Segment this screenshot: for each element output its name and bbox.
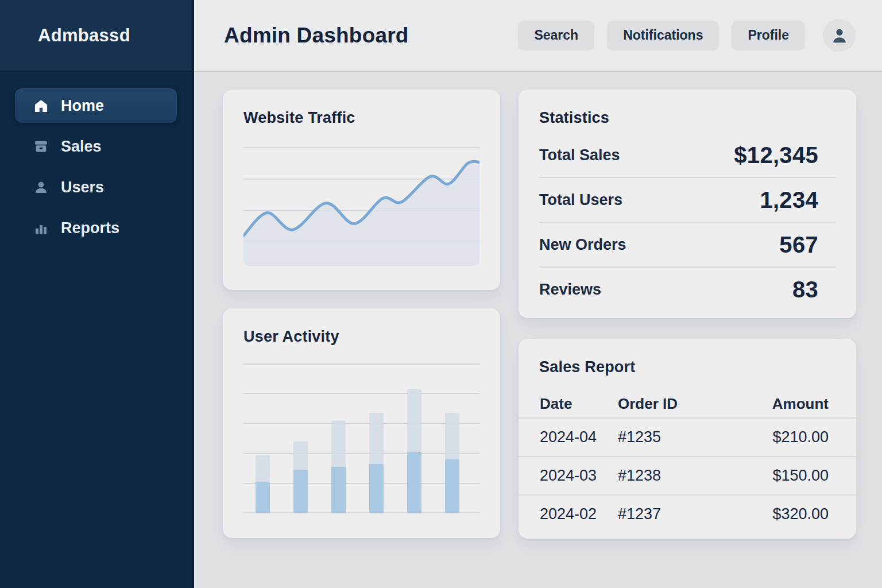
- users-icon: [33, 180, 49, 195]
- cell-amount: $210.00: [721, 417, 856, 456]
- table-header-row: Date Order ID Amount: [519, 390, 856, 417]
- website-traffic-chart-area: [243, 145, 479, 266]
- stat-value: 1,234: [760, 187, 818, 213]
- stat-row-reviews: Reviews 83: [539, 268, 836, 311]
- stat-value: 567: [779, 232, 818, 258]
- header: Admin Dashboard Search Notifications Pro…: [194, 0, 882, 72]
- table-row: 2024-04 #1235 $210.00: [519, 417, 856, 456]
- card-title: Sales Report: [539, 358, 835, 376]
- main-area: Admin Dashboard Search Notifications Pro…: [194, 0, 882, 588]
- user-activity-card: User Activity: [223, 308, 500, 538]
- card-title: Website Traffic: [243, 109, 479, 127]
- sidebar-item-label: Users: [61, 179, 104, 196]
- sidebar-item-sales[interactable]: Sales: [15, 129, 177, 164]
- user-avatar-icon: [829, 25, 850, 46]
- search-button[interactable]: Search: [518, 21, 594, 51]
- stat-value: $12,345: [734, 142, 818, 168]
- cell-order-id: #1235: [618, 417, 721, 456]
- table-row: 2024-02 #1237 $320.00: [519, 494, 856, 533]
- sidebar-item-reports[interactable]: Reports: [15, 211, 177, 245]
- stat-row-total-users: Total Users 1,234: [539, 178, 836, 223]
- reports-icon: [33, 220, 49, 236]
- card-title: User Activity: [243, 328, 479, 346]
- cell-amount: $320.00: [721, 494, 856, 533]
- sidebar-item-label: Reports: [61, 219, 119, 237]
- main-content: Website Traffic User Activity Statistics…: [194, 72, 882, 588]
- sidebar-item-label: Home: [61, 97, 104, 115]
- column-header-date: Date: [519, 390, 618, 417]
- sidebar-item-users[interactable]: Users: [15, 170, 177, 204]
- sidebar-item-home[interactable]: Home: [15, 88, 177, 123]
- card-title: Statistics: [539, 109, 835, 127]
- profile-button[interactable]: Profile: [732, 21, 805, 51]
- stat-label: Total Users: [539, 191, 622, 209]
- statistics-rows: Total Sales $12,345 Total Users 1,234 Ne…: [539, 133, 836, 311]
- sidebar: Admbassd Home Sales Users: [0, 0, 194, 588]
- cell-date: 2024-03: [519, 456, 618, 494]
- app-root: Admbassd Home Sales Users: [0, 0, 882, 588]
- notifications-button[interactable]: Notifications: [607, 21, 719, 51]
- stat-label: Reviews: [539, 281, 601, 299]
- stat-label: New Orders: [539, 236, 626, 254]
- website-traffic-chart: [243, 145, 479, 266]
- website-traffic-card: Website Traffic: [223, 90, 500, 290]
- header-actions: Search Notifications Profile: [518, 19, 856, 52]
- sales-report-card: Sales Report Date Order ID Amount 2024-0…: [519, 339, 856, 539]
- table-row: 2024-03 #1238 $150.00: [519, 456, 856, 494]
- sidebar-item-label: Sales: [61, 138, 102, 156]
- sales-report-table: Date Order ID Amount 2024-04 #1235 $210.…: [519, 390, 856, 533]
- app-logo: Admbassd: [38, 25, 130, 46]
- user-activity-chart: [243, 363, 479, 513]
- statistics-card: Statistics Total Sales $12,345 Total Use…: [519, 90, 856, 318]
- stat-value: 83: [792, 277, 818, 303]
- cell-order-id: #1238: [618, 456, 721, 494]
- stat-row-new-orders: New Orders 567: [539, 223, 836, 268]
- stat-label: Total Sales: [539, 146, 620, 164]
- sidebar-header: Admbassd: [0, 0, 192, 72]
- sales-icon: [33, 139, 49, 154]
- sidebar-nav: Home Sales Users Reports: [0, 88, 192, 245]
- stat-row-total-sales: Total Sales $12,345: [539, 133, 836, 178]
- home-icon: [33, 98, 49, 114]
- cell-amount: $150.00: [721, 456, 856, 494]
- column-header-order-id: Order ID: [618, 390, 721, 417]
- cell-date: 2024-04: [519, 417, 618, 456]
- avatar[interactable]: [823, 19, 856, 52]
- cell-order-id: #1237: [618, 494, 721, 533]
- user-activity-chart-area: [243, 363, 479, 513]
- column-header-amount: Amount: [721, 390, 856, 417]
- cell-date: 2024-02: [519, 494, 618, 533]
- page-title: Admin Dashboard: [224, 24, 409, 48]
